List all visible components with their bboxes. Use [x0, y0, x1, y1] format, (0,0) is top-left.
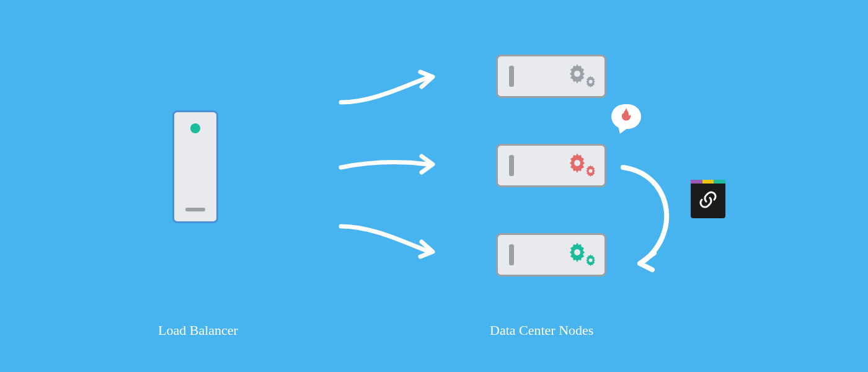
svg-point-3	[589, 169, 593, 173]
load-balancer-box	[172, 110, 218, 223]
route-arrow-3	[335, 217, 440, 260]
server-slot	[509, 155, 514, 176]
session-link-badge	[691, 184, 725, 218]
diagram-canvas: Load Balancer Data Center Nodes	[0, 0, 868, 372]
overload-speech-bubble	[611, 104, 641, 129]
link-icon	[698, 189, 719, 213]
server-slot	[509, 244, 514, 265]
server-node-1	[496, 55, 606, 98]
load-balancer-status-led	[190, 123, 200, 133]
svg-point-4	[574, 249, 580, 255]
gears-icon	[567, 63, 596, 90]
gears-icon	[567, 152, 596, 179]
load-balancer-slot	[185, 208, 205, 211]
server-node-2	[496, 144, 606, 187]
load-balancer-label: Load Balancer	[158, 322, 238, 339]
svg-point-5	[589, 259, 593, 262]
gears-icon	[567, 241, 596, 268]
svg-point-1	[589, 80, 593, 84]
route-arrow-2	[335, 149, 440, 180]
svg-point-0	[574, 71, 580, 77]
server-node-3	[496, 233, 606, 277]
route-arrow-1	[335, 68, 440, 112]
data-center-label: Data Center Nodes	[490, 322, 593, 339]
svg-point-2	[574, 160, 580, 166]
flame-icon	[620, 107, 632, 125]
server-slot	[509, 66, 514, 87]
failover-arrow	[608, 161, 688, 273]
